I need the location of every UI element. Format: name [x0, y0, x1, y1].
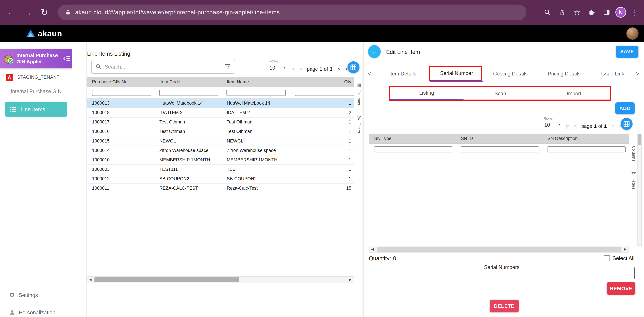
sidebar-item-personalization[interactable]: Personalization — [9, 309, 56, 316]
table-row[interactable]: 1000011 REZA-CALC-TEST Reza-Calc-Test 15 — [87, 184, 354, 193]
filters-tool[interactable]: Filters — [356, 116, 361, 133]
next-page-icon[interactable]: > — [338, 66, 340, 72]
cell-item-code: SB-COUPON2 — [154, 176, 222, 181]
scroll-right-icon[interactable]: ► — [623, 247, 627, 252]
col-header-item-code[interactable]: Item Code — [154, 79, 222, 85]
browser-forward-icon[interactable]: → — [20, 5, 35, 20]
table-row[interactable]: 1000010 MEMBERSHIP 1MONTH MEMBERSHIP 1MO… — [87, 155, 354, 165]
rows-per-page-select[interactable]: 10 ▼ — [269, 65, 287, 72]
table-row[interactable]: 1000003 TEST111 TEST 1 — [87, 165, 354, 174]
grid-view-button[interactable] — [348, 61, 360, 73]
caret-down-icon: ▼ — [558, 123, 561, 127]
sn-vertical-scrollbar[interactable] — [638, 134, 642, 246]
akaun-logo-icon — [26, 30, 35, 37]
sn-horizontal-scrollbar[interactable]: ◄ ► — [369, 246, 629, 253]
tab-item-details[interactable]: Item Details — [376, 66, 430, 82]
browser-profile-badge[interactable]: N — [616, 7, 626, 18]
table-row[interactable]: 1000015 NEWGL NEWGL 1 — [87, 136, 354, 146]
tab-issue-link[interactable]: Issue Link — [591, 66, 634, 82]
first-page-icon[interactable]: |< — [291, 66, 295, 72]
sidebar-collapse-icon[interactable] — [63, 55, 71, 62]
cell-item-name: TEST — [222, 167, 289, 172]
col-header-qty[interactable]: Qty — [289, 79, 354, 85]
line-items-table: Purchase GIN No Item Code Item Name Qty … — [87, 77, 354, 193]
col-header-purchase-gin-no[interactable]: Purchase GIN No — [87, 79, 154, 85]
filter-input-sn-id[interactable] — [461, 146, 539, 153]
screen: ← → ↻ akaun.cloud/#/applet/tnt/wavelet/e… — [0, 0, 644, 317]
applet-switcher-button[interactable]: Internal Purchase GIN Applet — [0, 49, 78, 68]
cell-item-name: Test Othman — [222, 119, 289, 125]
bookmark-star-icon[interactable]: ☆ — [571, 7, 583, 18]
side-panel-icon[interactable] — [600, 7, 612, 18]
filter-input-item-name[interactable] — [226, 90, 286, 96]
user-avatar[interactable] — [626, 27, 639, 40]
sn-hscrollbar-thumb[interactable] — [377, 247, 622, 252]
scrollbar-thumb[interactable] — [94, 277, 239, 282]
filter-input-item-code[interactable] — [159, 90, 218, 96]
add-button[interactable]: ADD — [616, 102, 635, 114]
tenant-selector[interactable]: STAGING_TENANT — [6, 74, 60, 81]
col-header-sn-id[interactable]: SN ID — [456, 136, 542, 141]
browser-back-icon[interactable]: ← — [4, 5, 19, 20]
akaun-logo[interactable]: akaun — [26, 25, 62, 42]
table-row[interactable]: 1000017 Test Othman Test Othman 1 — [87, 118, 354, 127]
person-icon — [9, 309, 15, 316]
sn-prev-page-icon[interactable]: < — [574, 123, 576, 129]
tabs-scroll-right-icon[interactable]: > — [631, 66, 644, 82]
detail-tabs: < Item Details Serial Number Costing Det… — [364, 66, 644, 82]
search-input[interactable] — [105, 64, 222, 70]
cell-item-code: TEST111 — [154, 167, 222, 172]
extensions-puzzle-icon[interactable] — [586, 7, 598, 18]
tab-costing-details[interactable]: Costing Details — [484, 66, 537, 82]
delete-button[interactable]: DELETE — [490, 300, 519, 312]
scroll-left-icon[interactable]: ◄ — [88, 277, 92, 282]
sn-columns-tool-label: Columns — [631, 146, 636, 161]
select-all-checkbox[interactable] — [604, 255, 610, 261]
filter-input-sn-description[interactable] — [548, 146, 626, 153]
table-row[interactable]: 1000014 Zitron Warehouse space Zitron Wa… — [87, 146, 354, 155]
sn-columns-tool[interactable]: Columns — [631, 139, 636, 161]
cell-purchase-gin-no: 1000011 — [87, 186, 154, 191]
browser-reload-icon[interactable]: ↻ — [37, 5, 52, 20]
scroll-right-icon[interactable]: ► — [348, 277, 352, 282]
remove-button[interactable]: REMOVE — [606, 282, 636, 294]
filter-input-qty[interactable] — [295, 90, 354, 96]
col-header-item-name[interactable]: Item Name — [222, 79, 289, 85]
url-bar[interactable]: akaun.cloud/#/applet/tnt/wavelet/erp/int… — [58, 5, 526, 20]
filter-input-sn-type[interactable] — [374, 146, 452, 153]
sn-next-page-icon[interactable]: > — [612, 123, 614, 129]
filter-icon[interactable] — [225, 64, 230, 70]
search-box — [91, 60, 235, 74]
browser-menu-kebab-icon[interactable]: ⋮ — [629, 7, 641, 18]
sn-scrollbar-thumb[interactable] — [638, 134, 641, 145]
prev-page-icon[interactable]: < — [300, 66, 302, 72]
cell-qty: 1 — [289, 148, 354, 153]
back-button[interactable]: ← — [368, 45, 381, 58]
columns-tool[interactable]: Columns — [356, 83, 361, 105]
filter-input-purchase-gin-no[interactable] — [92, 90, 151, 96]
serial-numbers-fieldset[interactable]: Serial Numbers — [369, 264, 635, 279]
sn-first-page-icon[interactable]: |< — [566, 123, 569, 129]
sidebar: Internal Purchase GIN Applet STAGING_TEN… — [0, 42, 72, 317]
grid-icon — [624, 121, 630, 127]
cell-qty: 1 — [289, 176, 354, 181]
col-header-sn-type[interactable]: SN Type — [369, 136, 456, 141]
listing-horizontal-scrollbar[interactable]: ◄ ► — [87, 276, 354, 283]
sn-rows-per-page-select[interactable]: 10 ▼ — [544, 122, 562, 129]
table-row[interactable]: 1000016 Test Othman Test Othman 1 — [87, 127, 354, 136]
sidebar-item-settings[interactable]: ⚙ Settings — [9, 291, 38, 299]
table-row[interactable]: 1000012 SB-COUPON2 SB-COUPON2 1 — [87, 174, 354, 184]
table-row[interactable]: 1000013 HuaWei Matebook 14 HuaWei Matebo… — [87, 99, 354, 108]
tab-pricing-details[interactable]: Pricing Details — [537, 66, 591, 82]
share-icon[interactable] — [556, 7, 568, 18]
sn-grid-view-button[interactable] — [620, 118, 632, 130]
col-header-sn-description[interactable]: SN Description — [542, 136, 629, 141]
sn-filters-tool[interactable]: Filters — [631, 172, 636, 189]
tabs-scroll-left-icon[interactable]: < — [364, 66, 376, 82]
sidebar-item-line-items[interactable]: Line Items — [5, 102, 67, 117]
scroll-left-icon[interactable]: ◄ — [370, 247, 374, 252]
zoom-icon[interactable] — [542, 7, 554, 18]
table-row[interactable]: 1000018 IDA ITEM 2 IDA ITEM 2 2 — [87, 108, 354, 118]
module-label: Internal Purchase GIN — [0, 88, 72, 94]
save-button[interactable]: SAVE — [616, 46, 638, 58]
